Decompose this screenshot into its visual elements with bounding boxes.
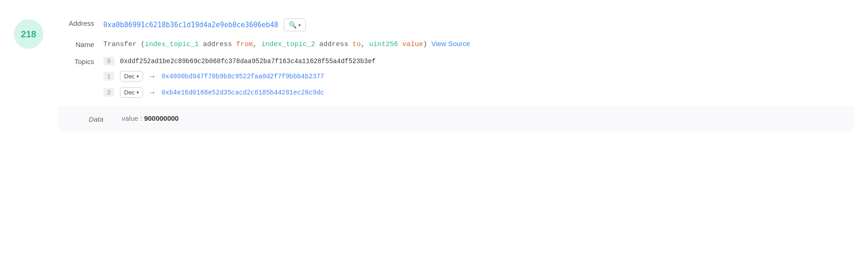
- data-value: 900000000: [144, 114, 178, 122]
- topic-link-1[interactable]: 0x4090bd947f70b9b8c9522faa0d2f7f9bbb4b23…: [161, 73, 324, 80]
- param3-type: uint256: [369, 41, 398, 48]
- data-row: Data value : 900000000: [66, 114, 845, 123]
- topics-row: Topics 0 0xddf252ad1be2c89b69c2b068fc378…: [57, 57, 854, 98]
- topic-link-2[interactable]: 0xb4e16d0168e52d35cacd2c6185b44281ec28c9…: [161, 89, 324, 96]
- separator2: ,: [361, 41, 369, 48]
- chevron-down-icon-2: ▾: [137, 90, 139, 95]
- topic-dec-button-2[interactable]: Dec ▾: [120, 87, 143, 98]
- param3-name: value: [402, 41, 423, 48]
- topics-list: 0 0xddf252ad1be2c89b69c2b068fc378daa952b…: [103, 57, 854, 98]
- name-prefix: Transfer (: [103, 41, 145, 48]
- topic-row-2: 2 Dec ▾ → 0xb4e16d0168e52d35cacd2c6185b4…: [103, 87, 854, 98]
- chevron-down-icon: ▾: [298, 23, 301, 28]
- param1-kind: address: [203, 41, 232, 48]
- param2-type: index_topic_2: [261, 41, 315, 48]
- data-key: value: [122, 114, 138, 122]
- event-content: Address 0xa0b86991c6218b36c1d19d4a2e9eb0…: [57, 18, 854, 131]
- name-value: Transfer (index_topic_1 address from, in…: [103, 40, 470, 48]
- badge-value: 218: [21, 29, 36, 40]
- address-label: Address: [57, 18, 94, 27]
- topic-row-1: 1 Dec ▾ → 0x4090bd947f70b9b8c9522faa0d2f…: [103, 71, 854, 82]
- arrow-1: →: [149, 72, 156, 81]
- topic-dec-button-1[interactable]: Dec ▾: [120, 71, 143, 82]
- name-label: Name: [57, 40, 94, 48]
- name-suffix: ): [423, 41, 427, 48]
- arrow-2: →: [149, 88, 156, 97]
- chevron-down-icon-1: ▾: [137, 74, 139, 79]
- address-row: Address 0xa0b86991c6218b36c1d19d4a2e9eb0…: [57, 18, 854, 31]
- param1-name: from: [236, 41, 253, 48]
- magnify-icon: 🔍: [289, 21, 297, 29]
- topic-index-1: 1: [103, 72, 114, 81]
- dec-label-1: Dec: [124, 73, 135, 80]
- topic-hash-0: 0xddf252ad1be2c89b69c2b068fc378daa952ba7…: [120, 58, 376, 65]
- view-source-link[interactable]: View Source: [431, 40, 470, 47]
- param2-kind: address: [319, 41, 348, 48]
- topic-row-0: 0 0xddf252ad1be2c89b69c2b068fc378daa952b…: [103, 57, 854, 65]
- event-log-container: 218 Address 0xa0b86991c6218b36c1d19d4a2e…: [0, 9, 868, 141]
- event-index-badge: 218: [14, 19, 43, 49]
- topic-index-0: 0: [103, 57, 114, 65]
- topic-index-2: 2: [103, 88, 114, 97]
- dec-label-2: Dec: [124, 89, 135, 96]
- address-content: 0xa0b86991c6218b36c1d19d4a2e9eb0ce3606eb…: [103, 18, 306, 31]
- param1-type: index_topic_1: [145, 41, 199, 48]
- data-section: Data value : 900000000: [57, 106, 854, 131]
- separator1: ,: [253, 41, 261, 48]
- topics-label: Topics: [57, 57, 94, 65]
- data-separator: :: [138, 114, 144, 122]
- data-label: Data: [66, 114, 103, 123]
- address-search-button[interactable]: 🔍 ▾: [284, 18, 306, 31]
- address-link[interactable]: 0xa0b86991c6218b36c1d19d4a2e9eb0ce3606eb…: [103, 21, 278, 29]
- param2-name: to: [352, 41, 361, 48]
- name-row: Name Transfer (index_topic_1 address fro…: [57, 40, 854, 48]
- data-content: value : 900000000: [122, 114, 178, 122]
